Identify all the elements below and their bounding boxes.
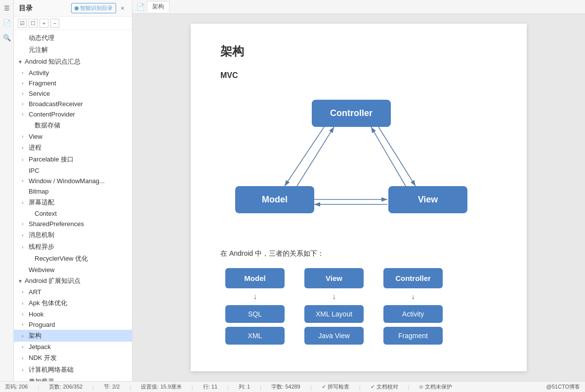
- main-area: ☰ 📄 🔍 目录 智能识别目录 × ☑ ☐ + −: [0, 0, 585, 381]
- status-section: 节: 2/2: [104, 383, 120, 391]
- toc-label: Window / WindowManag...: [29, 177, 105, 185]
- toc-item-context[interactable]: Context: [14, 208, 132, 219]
- toc-item-activity[interactable]: › Activity: [14, 68, 132, 78]
- android-fragment-box: Fragment: [383, 327, 443, 345]
- toc-remove-icon[interactable]: −: [50, 19, 59, 28]
- toc-item-content-provider[interactable]: › ContentProvider: [14, 109, 132, 119]
- toc-chevron-expand-icon: ▼: [18, 278, 25, 284]
- toc-item-ndk[interactable]: › NDK 开发: [14, 352, 132, 364]
- toc-chevron-right-icon: ›: [22, 112, 29, 117]
- toc-label: Jetpack: [29, 343, 51, 351]
- toc-label: 类加载器: [29, 377, 54, 381]
- android-col-controller: Controller ↓ Activity Fragment: [378, 268, 448, 345]
- toc-close-icon[interactable]: ×: [118, 4, 127, 13]
- android-desc: 在 Android 中，三者的关系如下：: [220, 249, 497, 258]
- toc-item-service[interactable]: › Service: [14, 88, 132, 99]
- status-bar: 页码: 206 | 页数: 206/352 | 节: 2/2 | 设置值: 15…: [0, 381, 585, 392]
- toc-item-parcelable[interactable]: › Parcelable 接口: [14, 154, 132, 165]
- toc-label: IPC: [29, 167, 40, 174]
- toc-item-proguard[interactable]: › Proguard: [14, 319, 132, 330]
- toc-label: 消息机制: [29, 231, 54, 239]
- android-activity-box: Activity: [383, 305, 443, 323]
- toc-label: SharedPreferences: [29, 220, 84, 228]
- toc-item-classloader[interactable]: › 类加载器: [14, 376, 132, 381]
- toc-chevron-none: [22, 267, 29, 273]
- toc-item-recyclerview[interactable]: RecyclerView 优化: [14, 253, 132, 265]
- toc-item-webview[interactable]: Webview: [14, 265, 132, 275]
- toc-item-thread-async[interactable]: › 线程异步: [14, 241, 132, 253]
- toc-item-android-ext[interactable]: ▼ Android 扩展知识点: [14, 275, 132, 287]
- toc-chevron-none: [28, 211, 35, 216]
- ai-dot-icon: [75, 6, 79, 10]
- toc-item-shu-ju-cun-chu[interactable]: 数据存储: [14, 119, 132, 131]
- mvc-diagram-svg: Controller Model View: [220, 90, 497, 238]
- toc-chevron-right-icon: ›: [22, 134, 29, 139]
- toc-label: BroadcastReceiver: [29, 100, 83, 108]
- toc-item-network[interactable]: › 计算机网络基础: [14, 364, 132, 376]
- toc-item-view[interactable]: › View: [14, 131, 132, 142]
- file-icon[interactable]: 📄: [2, 18, 12, 28]
- toc-label: 屏幕适配: [29, 198, 54, 207]
- toc-label: Proguard: [29, 321, 55, 328]
- toc-item-jin-cheng[interactable]: › 进程: [14, 142, 132, 154]
- svg-line-6: [285, 127, 324, 186]
- toc-add-icon[interactable]: +: [40, 19, 48, 28]
- toc-item-screen-adapt[interactable]: › 屏幕适配: [14, 196, 132, 208]
- content-scroll[interactable]: 架构 MVC Controller Model View: [132, 14, 585, 381]
- toc-item-bitmap[interactable]: Bitmap: [14, 186, 132, 196]
- toc-label: Apk 包体优化: [29, 299, 67, 308]
- content-tab-architecture[interactable]: 架构: [147, 1, 169, 12]
- sidebar-icons: ☰ 📄 🔍: [0, 0, 14, 381]
- search-sidebar-icon[interactable]: 🔍: [2, 33, 12, 42]
- toc-item-ipc[interactable]: IPC: [14, 165, 132, 176]
- toc-chevron-none: [22, 47, 29, 53]
- toc-label: Bitmap: [29, 188, 48, 195]
- toc-chevron-right-icon: ›: [22, 91, 29, 96]
- toc-chevron-right-icon: ›: [22, 355, 29, 361]
- page-title: 架构: [220, 43, 497, 59]
- svg-line-7: [378, 127, 416, 186]
- toc-item-apk[interactable]: › Apk 包体优化: [14, 297, 132, 309]
- toc-chevron-right-icon: ›: [22, 289, 29, 295]
- status-total-pages: 页数: 206/352: [49, 383, 83, 391]
- svg-line-8: [297, 127, 334, 186]
- status-doc-verify: ✓ 文档校对: [371, 383, 398, 391]
- toc-item-window[interactable]: › Window / WindowManag...: [14, 176, 132, 186]
- toc-item-fragment[interactable]: › Fragment: [14, 78, 132, 88]
- toc-item-message[interactable]: › 消息机制: [14, 229, 132, 241]
- android-diagram: Model ↓ SQL XML View ↓ XML Layout Java V…: [220, 268, 497, 345]
- toc-chevron-right-icon: ›: [22, 367, 29, 373]
- toc-title: 目录: [19, 4, 33, 13]
- status-spell-check: ✓ 拼写检查: [322, 383, 349, 391]
- toc-chevron-right-icon: ›: [22, 178, 29, 184]
- toc-item-architecture[interactable]: › 架构: [14, 330, 132, 342]
- status-protection: ⊙ 文档未保护: [419, 383, 452, 391]
- toc-item-shared-prefs[interactable]: › SharedPreferences: [14, 219, 132, 229]
- toc-panel: 目录 智能识别目录 × ☑ ☐ + − 动态代理: [14, 0, 132, 381]
- toc-uncheck-icon[interactable]: ☐: [29, 19, 38, 28]
- toc-chevron-right-icon: ›: [22, 233, 29, 238]
- toc-label: Context: [35, 210, 57, 217]
- toc-header: 目录 智能识别目录 ×: [14, 0, 132, 17]
- toc-item-dong-tai-dai-li[interactable]: 动态代理: [14, 32, 132, 44]
- android-model-arrow: ↓: [253, 292, 257, 301]
- toc-label: Webview: [29, 266, 55, 274]
- toc-label: Android 知识点汇总: [25, 57, 81, 66]
- toc-label: 进程: [29, 143, 42, 152]
- toc-chevron-right-icon: ›: [22, 333, 29, 339]
- toc-label: View: [29, 133, 42, 140]
- status-page-num: 页码: 206: [5, 383, 28, 391]
- doc-icon: 📄: [136, 3, 145, 11]
- toc-item-android-zhi-shi[interactable]: ▼ Android 知识点汇总: [14, 56, 132, 68]
- menu-icon[interactable]: ☰: [2, 3, 12, 13]
- toc-item-yuan-zhu-jie[interactable]: 元注解: [14, 44, 132, 56]
- toc-chevron-right-icon: ›: [22, 80, 29, 86]
- status-row: 行: 11: [203, 383, 217, 391]
- toc-item-hook[interactable]: › Hook: [14, 309, 132, 319]
- toc-label: NDK 开发: [29, 353, 57, 362]
- toc-item-art[interactable]: › ART: [14, 287, 132, 297]
- toc-item-jetpack[interactable]: › Jetpack: [14, 342, 132, 352]
- toc-check-all-icon[interactable]: ☑: [18, 19, 27, 28]
- toc-ai-button[interactable]: 智能识别目录: [71, 3, 116, 13]
- toc-item-broadcast[interactable]: › BroadcastReceiver: [14, 99, 132, 109]
